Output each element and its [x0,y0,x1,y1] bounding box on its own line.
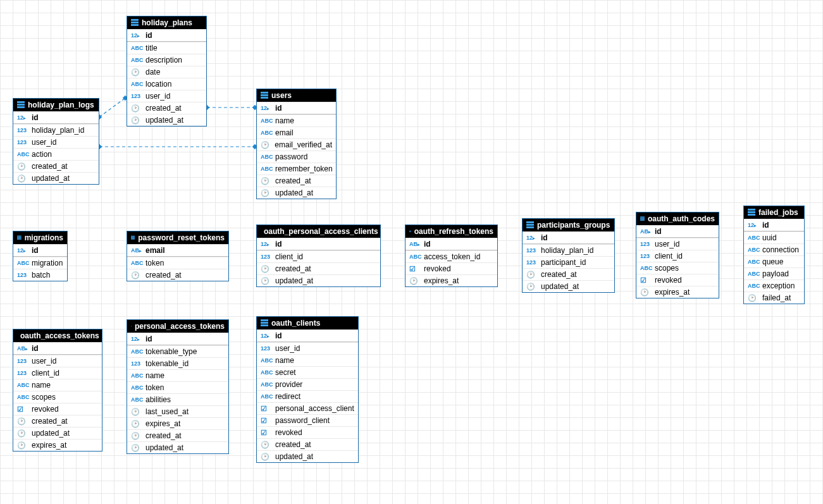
column-row[interactable]: 🕑failed_at [744,292,804,304]
table-header[interactable]: personal_access_tokens [127,320,228,333]
column-row[interactable]: 123participant_id [523,256,614,268]
column-row[interactable]: 123tokenable_id [127,357,228,369]
column-row[interactable]: ABCtokenable_type [127,345,228,357]
table-holiday_plan_logs[interactable]: holiday_plan_logs12▸id123holiday_plan_id… [13,98,99,185]
column-row[interactable]: 123user_id [13,355,102,367]
column-row[interactable]: ABCdescription [127,54,206,66]
table-oauth_refresh_tokens[interactable]: oauth_refresh_tokensAB▸idABCaccess_token… [405,224,498,287]
column-row[interactable]: ABCpassword [257,151,336,163]
column-row[interactable]: 🕑updated_at [257,274,380,286]
table-header[interactable]: oauth_access_tokens [13,329,102,342]
table-participants_groups[interactable]: participants_groups12▸id123holiday_plan_… [522,218,615,293]
column-row[interactable]: 🕑updated_at [257,450,358,462]
column-row[interactable]: ABCpayload [744,267,804,280]
column-row[interactable]: 12▸id [744,219,804,231]
column-row[interactable]: 🕑created_at [257,438,358,450]
column-row[interactable]: 🕑expires_at [636,286,719,298]
column-row[interactable]: ABCtoken [127,257,228,269]
column-row[interactable]: 🕑expires_at [405,274,497,286]
erd-canvas[interactable]: holiday_plans12▸idABCtitleABCdescription… [0,0,823,504]
column-row[interactable]: 123user_id [13,136,99,148]
column-row[interactable]: 123client_id [13,367,102,379]
column-row[interactable]: ABCsecret [257,366,358,378]
column-row[interactable]: 123batch [13,269,67,281]
column-row[interactable]: 🕑created_at [127,269,228,281]
table-oauth_access_tokens[interactable]: oauth_access_tokensAB▸id123user_id123cli… [13,329,102,452]
column-row[interactable]: 12▸id [257,238,380,250]
column-row[interactable]: ABCtitle [127,42,206,54]
column-row[interactable]: ABCconnection [744,243,804,255]
column-row[interactable]: 123client_id [636,250,719,262]
column-row[interactable]: AB▸id [13,342,102,355]
table-oauth_clients[interactable]: oauth_clients12▸id123user_idABCnameABCse… [256,316,359,463]
column-row[interactable]: ABCscopes [636,262,719,274]
table-oauth_auth_codes[interactable]: oauth_auth_codesAB▸id123user_id123client… [636,212,719,298]
column-row[interactable]: ABCname [13,379,102,391]
column-row[interactable]: 🕑created_at [523,268,614,280]
column-row[interactable]: ABCname [127,369,228,381]
table-migrations[interactable]: migrations12▸idABCmigration123batch [13,231,68,281]
table-oauth_personal_access_clients[interactable]: oauth_personal_access_clients12▸id123cli… [256,224,381,287]
column-row[interactable]: ABCexception [744,280,804,292]
table-header[interactable]: holiday_plans [127,16,206,29]
column-row[interactable]: ☑personal_access_client [257,402,358,414]
column-row[interactable]: 12▸id [257,102,336,114]
column-row[interactable]: 🕑updated_at [257,187,336,199]
column-row[interactable]: 12▸id [127,333,228,345]
column-row[interactable]: 🕑created_at [13,160,99,172]
column-row[interactable]: 🕑updated_at [127,441,228,453]
column-row[interactable]: ☑revoked [257,426,358,438]
column-row[interactable]: 123user_id [127,90,206,102]
column-row[interactable]: ABCqueue [744,255,804,267]
column-row[interactable]: 🕑expires_at [13,439,102,451]
table-header[interactable]: oauth_auth_codes [636,212,719,225]
table-header[interactable]: oauth_refresh_tokens [405,225,497,238]
column-row[interactable]: ABCaction [13,148,99,160]
column-row[interactable]: ABCaccess_token_id [405,250,497,262]
column-row[interactable]: 🕑created_at [257,262,380,274]
table-header[interactable]: oauth_clients [257,317,358,329]
table-header[interactable]: holiday_plan_logs [13,99,99,111]
column-row[interactable]: 12▸id [13,111,99,124]
column-row[interactable]: 🕑updated_at [127,114,206,126]
table-header[interactable]: oauth_personal_access_clients [257,225,380,238]
column-row[interactable]: 🕑expires_at [127,417,228,429]
column-row[interactable]: 123client_id [257,250,380,262]
column-row[interactable]: AB▸email [127,244,228,257]
column-row[interactable]: 🕑created_at [127,429,228,441]
table-personal_access_tokens[interactable]: personal_access_tokens12▸idABCtokenable_… [127,319,229,454]
column-row[interactable]: ☑revoked [636,274,719,286]
column-row[interactable]: 🕑updated_at [13,427,102,439]
column-row[interactable]: 🕑created_at [127,102,206,114]
column-row[interactable]: 123holiday_plan_id [13,124,99,136]
column-row[interactable]: ABCabilities [127,393,228,405]
table-header[interactable]: migrations [13,231,67,244]
column-row[interactable]: 🕑updated_at [523,280,614,292]
column-row[interactable]: ABCuuid [744,231,804,243]
column-row[interactable]: AB▸id [405,238,497,250]
column-row[interactable]: ABCmigration [13,257,67,269]
column-row[interactable]: ☑password_client [257,414,358,426]
column-row[interactable]: ABCredirect [257,390,358,402]
column-row[interactable]: ABCscopes [13,391,102,403]
column-row[interactable]: 🕑email_verified_at [257,138,336,151]
column-row[interactable]: ABCtoken [127,381,228,393]
table-header[interactable]: failed_jobs [744,206,804,219]
column-row[interactable]: ABCprovider [257,378,358,390]
column-row[interactable]: ABClocation [127,78,206,90]
column-row[interactable]: 🕑created_at [13,415,102,427]
table-holiday_plans[interactable]: holiday_plans12▸idABCtitleABCdescription… [127,16,207,126]
column-row[interactable]: 🕑last_used_at [127,405,228,417]
table-users[interactable]: users12▸idABCnameABCemail🕑email_verified… [256,89,337,199]
column-row[interactable]: AB▸id [636,225,719,238]
column-row[interactable]: 🕑updated_at [13,172,99,184]
column-row[interactable]: 🕑date [127,66,206,78]
table-header[interactable]: participants_groups [523,219,614,231]
column-row[interactable]: 123user_id [636,238,719,250]
column-row[interactable]: ABCremember_token [257,163,336,175]
column-row[interactable]: 12▸id [13,244,67,257]
table-header[interactable]: password_reset_tokens [127,231,228,244]
column-row[interactable]: ☑revoked [13,403,102,415]
column-row[interactable]: 123user_id [257,342,358,354]
table-header[interactable]: users [257,89,336,102]
